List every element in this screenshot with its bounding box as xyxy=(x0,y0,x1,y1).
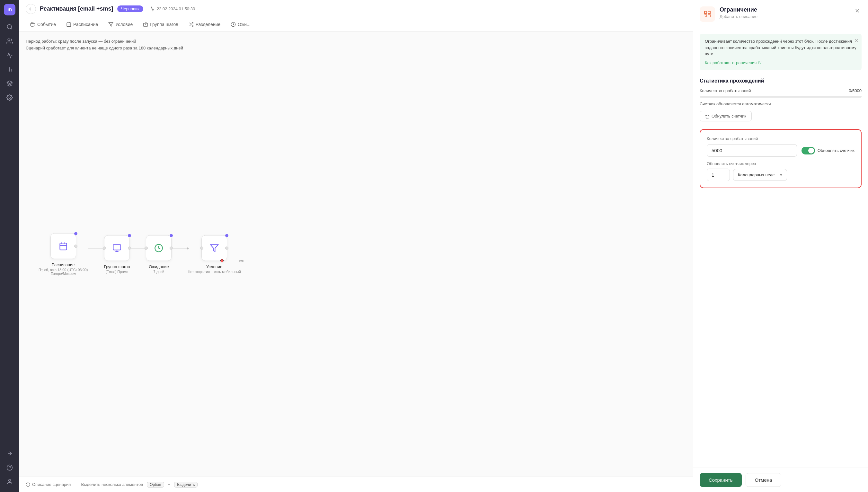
interval-row: Календарных неде... ▾ xyxy=(707,169,854,181)
timestamp: 22.02.2024 01:50:30 xyxy=(150,6,195,11)
interval-unit-select[interactable]: Календарных неде... ▾ xyxy=(733,169,787,181)
svg-point-0 xyxy=(7,25,11,29)
count-input[interactable] xyxy=(707,144,797,157)
chevron-down-icon: ▾ xyxy=(780,172,782,177)
tab-schedule[interactable]: Расписание xyxy=(62,18,102,31)
svg-point-5 xyxy=(9,97,10,99)
svg-rect-33 xyxy=(704,11,707,14)
progress-bar-fill xyxy=(700,96,700,98)
page-title: Реактивация [email +sms] xyxy=(40,5,113,12)
svg-rect-34 xyxy=(708,11,710,14)
svg-rect-35 xyxy=(708,15,710,17)
draft-badge: Черновик xyxy=(117,5,143,12)
stats-row: Количество срабатываний 0/5000 xyxy=(700,88,862,93)
bottom-bar: Описание сценария Выделить несколько эле… xyxy=(19,476,693,492)
node-condition[interactable]: нет Условие Нет открытия + есть мобильны… xyxy=(188,235,241,273)
canvas-info: Период работы: сразу после запуска — без… xyxy=(26,38,183,52)
select-kbd: Выделить xyxy=(174,482,198,488)
auto-update-text: Счетчик обновляется автоматически xyxy=(700,101,862,106)
interval-label: Обновлять счетчик через xyxy=(707,161,854,166)
tab-wait[interactable]: Ожи... xyxy=(226,18,255,31)
node-step-group[interactable]: Группа шагов [Email] Промо xyxy=(104,235,130,273)
auto-update-toggle-group: Обновлять счетчик xyxy=(801,147,854,154)
page-header: Реактивация [email +sms] Черновик 22.02.… xyxy=(19,0,693,18)
sidebar-item-settings[interactable] xyxy=(3,91,16,104)
svg-rect-25 xyxy=(113,245,120,250)
svg-rect-12 xyxy=(67,23,71,27)
info-box-text: Ограничивает количество прохождений чере… xyxy=(705,38,857,57)
tab-event[interactable]: Событие xyxy=(26,18,61,31)
panel-subtitle[interactable]: Добавить описание xyxy=(720,14,757,19)
plus-symbol: + xyxy=(168,482,171,487)
count-label: Количество срабатываний xyxy=(707,136,854,141)
panel-header: Ограничение Добавить описание ✕ xyxy=(693,0,868,27)
main-content: Реактивация [email +sms] Черновик 22.02.… xyxy=(19,0,693,492)
panel-icon xyxy=(700,6,715,22)
triggers-label: Количество срабатываний xyxy=(700,88,751,93)
triggers-value: 0/5000 xyxy=(849,88,862,93)
tab-step-group[interactable]: Группа шагов xyxy=(139,18,183,31)
svg-rect-21 xyxy=(60,243,67,250)
connector-2 xyxy=(130,248,146,249)
select-multiple-label: Выделить несколько элементов xyxy=(81,482,143,487)
sidebar-item-campaigns[interactable] xyxy=(3,49,16,62)
tab-condition[interactable]: Условие xyxy=(104,18,137,31)
option-kbd: Option xyxy=(147,482,164,488)
nav-tabs: Событие Расписание Условие Группа шагов … xyxy=(19,18,693,32)
cancel-button[interactable]: Отмена xyxy=(746,473,781,487)
connector-1 xyxy=(88,248,104,249)
right-panel: Ограничение Добавить описание ✕ ✕ Ограни… xyxy=(693,0,868,492)
back-button[interactable] xyxy=(26,4,36,14)
sidebar-item-arrow[interactable] xyxy=(3,447,16,460)
node-wait[interactable]: Ожидание 7 дней xyxy=(146,235,172,273)
save-button[interactable]: Сохранить xyxy=(700,473,742,487)
sidebar-item-users[interactable] xyxy=(3,35,16,48)
svg-point-1 xyxy=(8,39,10,41)
interval-num-input[interactable] xyxy=(707,169,730,181)
panel-close-button[interactable]: ✕ xyxy=(852,6,862,16)
settings-row-count: Обновлять счетчик xyxy=(707,144,854,157)
reset-counter-button[interactable]: Обнулить счетчик xyxy=(700,111,752,121)
sidebar-item-integrations[interactable] xyxy=(3,77,16,90)
panel-footer: Сохранить Отмена xyxy=(693,468,868,492)
panel-body: ✕ Ограничивает количество прохождений че… xyxy=(693,27,868,468)
panel-title: Ограничение xyxy=(720,6,757,13)
sidebar-item-help[interactable] xyxy=(3,461,16,474)
sidebar: m xyxy=(0,0,19,492)
node-schedule[interactable]: Расписание Пт, сб, вс в 13:00 (UTC+03:00… xyxy=(39,233,88,275)
svg-marker-16 xyxy=(109,23,113,26)
toggle-knob xyxy=(808,148,814,153)
stats-title: Статистика прохождений xyxy=(700,78,862,84)
flow-diagram: Расписание Пт, сб, вс в 13:00 (UTC+03:00… xyxy=(39,233,241,275)
sidebar-item-analytics[interactable] xyxy=(3,63,16,76)
sidebar-logo[interactable]: m xyxy=(4,4,16,16)
canvas[interactable]: Период работы: сразу после запуска — без… xyxy=(19,32,693,476)
auto-update-toggle-label: Обновлять счетчик xyxy=(818,148,854,153)
settings-box: Количество срабатываний Обновлять счетчи… xyxy=(700,129,862,188)
sidebar-item-profile[interactable] xyxy=(3,475,16,488)
svg-line-36 xyxy=(760,62,761,63)
connector-3 xyxy=(172,248,188,249)
svg-marker-29 xyxy=(211,245,218,251)
description-link[interactable]: Описание сценария xyxy=(26,482,71,487)
info-box-close[interactable]: ✕ xyxy=(854,37,858,45)
info-box: ✕ Ограничивает количество прохождений че… xyxy=(700,34,862,70)
info-box-link[interactable]: Как работают ограничения xyxy=(705,60,857,66)
svg-point-8 xyxy=(9,479,11,482)
sidebar-item-search[interactable] xyxy=(3,21,16,33)
auto-update-toggle[interactable] xyxy=(801,147,815,154)
panel-title-group: Ограничение Добавить описание xyxy=(720,6,757,19)
tab-split[interactable]: Разделение xyxy=(184,18,225,31)
progress-bar-bg xyxy=(700,96,862,98)
